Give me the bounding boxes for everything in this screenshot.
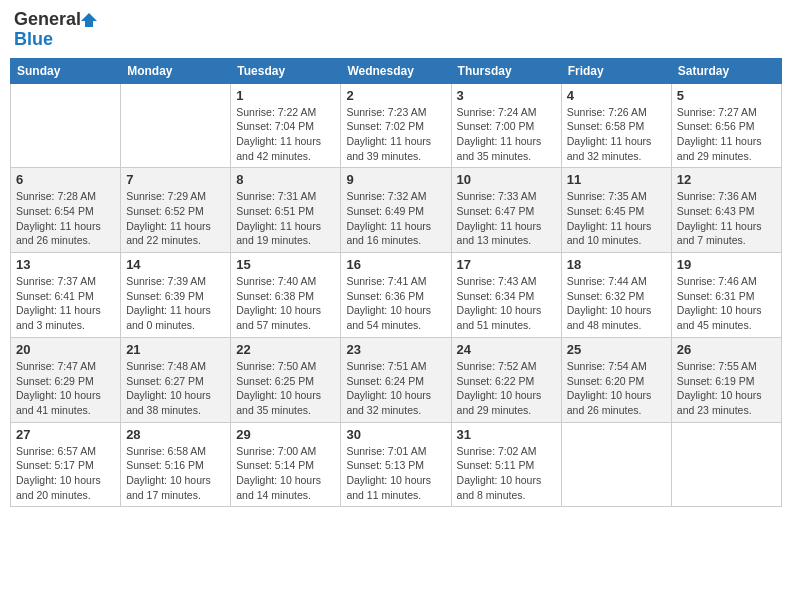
day-number: 3 bbox=[457, 88, 556, 103]
day-info: Sunrise: 7:00 AMSunset: 5:14 PMDaylight:… bbox=[236, 444, 335, 503]
calendar-cell: 17Sunrise: 7:43 AMSunset: 6:34 PMDayligh… bbox=[451, 253, 561, 338]
calendar-cell bbox=[11, 83, 121, 168]
day-number: 19 bbox=[677, 257, 776, 272]
day-number: 16 bbox=[346, 257, 445, 272]
day-info: Sunrise: 7:26 AMSunset: 6:58 PMDaylight:… bbox=[567, 105, 666, 164]
week-row-4: 20Sunrise: 7:47 AMSunset: 6:29 PMDayligh… bbox=[11, 337, 782, 422]
day-info: Sunrise: 6:57 AMSunset: 5:17 PMDaylight:… bbox=[16, 444, 115, 503]
day-info: Sunrise: 7:24 AMSunset: 7:00 PMDaylight:… bbox=[457, 105, 556, 164]
day-info: Sunrise: 7:54 AMSunset: 6:20 PMDaylight:… bbox=[567, 359, 666, 418]
day-number: 23 bbox=[346, 342, 445, 357]
day-number: 30 bbox=[346, 427, 445, 442]
day-number: 18 bbox=[567, 257, 666, 272]
day-number: 2 bbox=[346, 88, 445, 103]
day-number: 21 bbox=[126, 342, 225, 357]
calendar-cell: 6Sunrise: 7:28 AMSunset: 6:54 PMDaylight… bbox=[11, 168, 121, 253]
day-info: Sunrise: 6:58 AMSunset: 5:16 PMDaylight:… bbox=[126, 444, 225, 503]
day-info: Sunrise: 7:50 AMSunset: 6:25 PMDaylight:… bbox=[236, 359, 335, 418]
calendar-cell: 25Sunrise: 7:54 AMSunset: 6:20 PMDayligh… bbox=[561, 337, 671, 422]
calendar-cell: 11Sunrise: 7:35 AMSunset: 6:45 PMDayligh… bbox=[561, 168, 671, 253]
calendar-cell: 2Sunrise: 7:23 AMSunset: 7:02 PMDaylight… bbox=[341, 83, 451, 168]
day-info: Sunrise: 7:52 AMSunset: 6:22 PMDaylight:… bbox=[457, 359, 556, 418]
day-header-monday: Monday bbox=[121, 58, 231, 83]
day-info: Sunrise: 7:29 AMSunset: 6:52 PMDaylight:… bbox=[126, 189, 225, 248]
calendar-cell: 13Sunrise: 7:37 AMSunset: 6:41 PMDayligh… bbox=[11, 253, 121, 338]
day-info: Sunrise: 7:32 AMSunset: 6:49 PMDaylight:… bbox=[346, 189, 445, 248]
calendar-cell: 28Sunrise: 6:58 AMSunset: 5:16 PMDayligh… bbox=[121, 422, 231, 507]
day-number: 28 bbox=[126, 427, 225, 442]
day-info: Sunrise: 7:22 AMSunset: 7:04 PMDaylight:… bbox=[236, 105, 335, 164]
calendar-table: SundayMondayTuesdayWednesdayThursdayFrid… bbox=[10, 58, 782, 508]
calendar-cell: 31Sunrise: 7:02 AMSunset: 5:11 PMDayligh… bbox=[451, 422, 561, 507]
day-number: 31 bbox=[457, 427, 556, 442]
day-info: Sunrise: 7:43 AMSunset: 6:34 PMDaylight:… bbox=[457, 274, 556, 333]
day-info: Sunrise: 7:23 AMSunset: 7:02 PMDaylight:… bbox=[346, 105, 445, 164]
day-number: 17 bbox=[457, 257, 556, 272]
day-info: Sunrise: 7:55 AMSunset: 6:19 PMDaylight:… bbox=[677, 359, 776, 418]
calendar-cell: 14Sunrise: 7:39 AMSunset: 6:39 PMDayligh… bbox=[121, 253, 231, 338]
calendar-cell: 27Sunrise: 6:57 AMSunset: 5:17 PMDayligh… bbox=[11, 422, 121, 507]
day-info: Sunrise: 7:01 AMSunset: 5:13 PMDaylight:… bbox=[346, 444, 445, 503]
calendar-cell: 10Sunrise: 7:33 AMSunset: 6:47 PMDayligh… bbox=[451, 168, 561, 253]
day-info: Sunrise: 7:27 AMSunset: 6:56 PMDaylight:… bbox=[677, 105, 776, 164]
logo-icon bbox=[81, 11, 99, 29]
calendar-cell: 23Sunrise: 7:51 AMSunset: 6:24 PMDayligh… bbox=[341, 337, 451, 422]
calendar-cell bbox=[671, 422, 781, 507]
day-info: Sunrise: 7:02 AMSunset: 5:11 PMDaylight:… bbox=[457, 444, 556, 503]
logo-general-text: General bbox=[14, 10, 81, 30]
day-info: Sunrise: 7:36 AMSunset: 6:43 PMDaylight:… bbox=[677, 189, 776, 248]
day-info: Sunrise: 7:51 AMSunset: 6:24 PMDaylight:… bbox=[346, 359, 445, 418]
day-header-wednesday: Wednesday bbox=[341, 58, 451, 83]
day-number: 26 bbox=[677, 342, 776, 357]
day-number: 5 bbox=[677, 88, 776, 103]
day-info: Sunrise: 7:46 AMSunset: 6:31 PMDaylight:… bbox=[677, 274, 776, 333]
week-row-5: 27Sunrise: 6:57 AMSunset: 5:17 PMDayligh… bbox=[11, 422, 782, 507]
calendar-cell: 16Sunrise: 7:41 AMSunset: 6:36 PMDayligh… bbox=[341, 253, 451, 338]
logo-blue-text: Blue bbox=[14, 30, 53, 50]
calendar-cell: 21Sunrise: 7:48 AMSunset: 6:27 PMDayligh… bbox=[121, 337, 231, 422]
day-number: 20 bbox=[16, 342, 115, 357]
calendar-cell: 9Sunrise: 7:32 AMSunset: 6:49 PMDaylight… bbox=[341, 168, 451, 253]
calendar-cell: 12Sunrise: 7:36 AMSunset: 6:43 PMDayligh… bbox=[671, 168, 781, 253]
day-number: 22 bbox=[236, 342, 335, 357]
calendar-cell: 30Sunrise: 7:01 AMSunset: 5:13 PMDayligh… bbox=[341, 422, 451, 507]
day-info: Sunrise: 7:37 AMSunset: 6:41 PMDaylight:… bbox=[16, 274, 115, 333]
week-row-1: 1Sunrise: 7:22 AMSunset: 7:04 PMDaylight… bbox=[11, 83, 782, 168]
calendar-cell: 26Sunrise: 7:55 AMSunset: 6:19 PMDayligh… bbox=[671, 337, 781, 422]
day-number: 24 bbox=[457, 342, 556, 357]
week-row-3: 13Sunrise: 7:37 AMSunset: 6:41 PMDayligh… bbox=[11, 253, 782, 338]
page-header: General Blue bbox=[10, 10, 782, 50]
calendar-cell: 19Sunrise: 7:46 AMSunset: 6:31 PMDayligh… bbox=[671, 253, 781, 338]
day-number: 11 bbox=[567, 172, 666, 187]
calendar-cell: 3Sunrise: 7:24 AMSunset: 7:00 PMDaylight… bbox=[451, 83, 561, 168]
day-info: Sunrise: 7:47 AMSunset: 6:29 PMDaylight:… bbox=[16, 359, 115, 418]
logo: General Blue bbox=[14, 10, 99, 50]
calendar-cell: 22Sunrise: 7:50 AMSunset: 6:25 PMDayligh… bbox=[231, 337, 341, 422]
day-header-tuesday: Tuesday bbox=[231, 58, 341, 83]
calendar-cell bbox=[121, 83, 231, 168]
day-info: Sunrise: 7:33 AMSunset: 6:47 PMDaylight:… bbox=[457, 189, 556, 248]
day-number: 12 bbox=[677, 172, 776, 187]
day-number: 25 bbox=[567, 342, 666, 357]
day-number: 1 bbox=[236, 88, 335, 103]
calendar-cell: 4Sunrise: 7:26 AMSunset: 6:58 PMDaylight… bbox=[561, 83, 671, 168]
days-header-row: SundayMondayTuesdayWednesdayThursdayFrid… bbox=[11, 58, 782, 83]
day-info: Sunrise: 7:48 AMSunset: 6:27 PMDaylight:… bbox=[126, 359, 225, 418]
day-info: Sunrise: 7:35 AMSunset: 6:45 PMDaylight:… bbox=[567, 189, 666, 248]
day-info: Sunrise: 7:44 AMSunset: 6:32 PMDaylight:… bbox=[567, 274, 666, 333]
day-number: 4 bbox=[567, 88, 666, 103]
day-number: 8 bbox=[236, 172, 335, 187]
day-info: Sunrise: 7:28 AMSunset: 6:54 PMDaylight:… bbox=[16, 189, 115, 248]
day-number: 14 bbox=[126, 257, 225, 272]
svg-marker-0 bbox=[81, 13, 97, 27]
calendar-cell: 29Sunrise: 7:00 AMSunset: 5:14 PMDayligh… bbox=[231, 422, 341, 507]
calendar-cell: 5Sunrise: 7:27 AMSunset: 6:56 PMDaylight… bbox=[671, 83, 781, 168]
calendar-cell: 15Sunrise: 7:40 AMSunset: 6:38 PMDayligh… bbox=[231, 253, 341, 338]
day-header-thursday: Thursday bbox=[451, 58, 561, 83]
day-header-sunday: Sunday bbox=[11, 58, 121, 83]
calendar-cell: 20Sunrise: 7:47 AMSunset: 6:29 PMDayligh… bbox=[11, 337, 121, 422]
day-number: 13 bbox=[16, 257, 115, 272]
calendar-cell: 1Sunrise: 7:22 AMSunset: 7:04 PMDaylight… bbox=[231, 83, 341, 168]
day-number: 6 bbox=[16, 172, 115, 187]
day-number: 29 bbox=[236, 427, 335, 442]
